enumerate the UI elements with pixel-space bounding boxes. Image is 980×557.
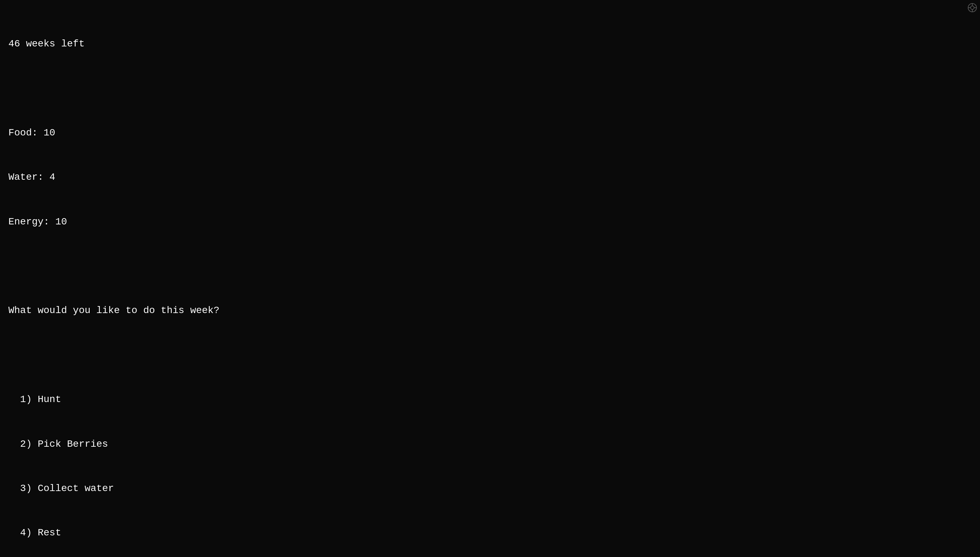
prompt-question-1: What would you like to do this week? bbox=[8, 303, 972, 318]
terminal-output: 46 weeks left Food: 10 Water: 4 Energy: … bbox=[8, 7, 972, 557]
option1-1: 1) Hunt bbox=[8, 392, 972, 407]
option2-1: 2) Pick Berries bbox=[8, 436, 972, 451]
corner-icon bbox=[967, 3, 977, 13]
option3-1: 3) Collect water bbox=[8, 481, 972, 496]
food-1: Food: 10 bbox=[8, 125, 972, 140]
energy-1: Energy: 10 bbox=[8, 214, 972, 229]
water-1: Water: 4 bbox=[8, 169, 972, 185]
weeks-left-1: 46 weeks left bbox=[8, 36, 972, 51]
svg-point-1 bbox=[970, 6, 974, 10]
option4-1: 4) Rest bbox=[8, 525, 972, 540]
